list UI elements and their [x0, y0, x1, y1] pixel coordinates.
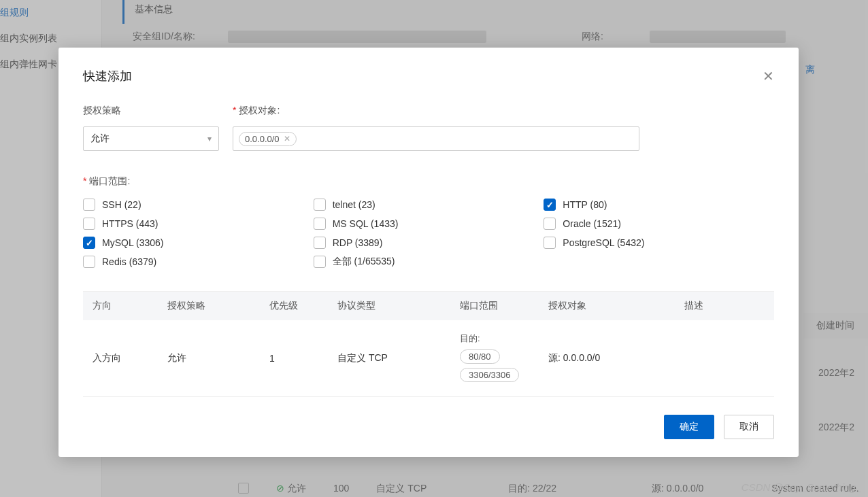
- th-policy: 授权策略: [167, 300, 269, 312]
- td-target: 源: 0.0.0.0/0: [548, 352, 684, 364]
- cb-redis[interactable]: Redis (6379): [83, 256, 314, 268]
- th-direction: 方向: [93, 300, 167, 312]
- ok-button[interactable]: 确定: [664, 415, 714, 439]
- policy-label: 授权策略: [83, 105, 219, 117]
- cb-label: RDP (3389): [333, 237, 383, 248]
- cb-label: MySQL (3306): [102, 237, 164, 248]
- checkbox-icon: [314, 237, 326, 249]
- checkbox-icon: [314, 199, 326, 211]
- cb-label: Oracle (1521): [563, 218, 621, 229]
- checkbox-icon: [83, 256, 95, 268]
- chevron-down-icon: ▾: [207, 134, 212, 143]
- close-icon[interactable]: ✕: [763, 68, 774, 84]
- cb-label: 全部 (1/65535): [333, 256, 395, 268]
- checkbox-icon: [83, 218, 95, 230]
- cb-label: Redis (6379): [102, 256, 156, 267]
- target-label: 授权对象:: [233, 105, 639, 117]
- policy-select[interactable]: 允许 ▾: [83, 126, 219, 151]
- th-protocol: 协议类型: [337, 300, 460, 312]
- quick-add-modal: 快速添加 ✕ 授权策略 允许 ▾ 授权对象: 0.0.0.0/0 ✕ 端口范围:…: [59, 48, 799, 457]
- cancel-button[interactable]: 取消: [724, 415, 774, 439]
- cb-all[interactable]: 全部 (1/65535): [314, 256, 544, 268]
- checkbox-icon: [83, 237, 95, 249]
- cb-label: MS SQL (1433): [333, 218, 399, 229]
- cb-telnet[interactable]: telnet (23): [314, 199, 544, 211]
- table-row: 入方向 允许 1 自定义 TCP 目的: 80/80 3306/3306 源: …: [83, 320, 774, 397]
- watermark: CSDN @Say_Something_: [741, 481, 861, 493]
- cb-label: HTTPS (443): [102, 218, 158, 229]
- cb-postgres[interactable]: PostgreSQL (5432): [544, 237, 774, 249]
- table-header: 方向 授权策略 优先级 协议类型 端口范围 授权对象 描述: [83, 292, 774, 320]
- checkbox-icon: [314, 218, 326, 230]
- cb-rdp[interactable]: RDP (3389): [314, 237, 544, 249]
- cb-ssh[interactable]: SSH (22): [83, 199, 314, 211]
- checkbox-icon: [544, 237, 556, 249]
- checkbox-icon: [314, 256, 326, 268]
- modal-title: 快速添加: [83, 68, 132, 84]
- cb-label: PostgreSQL (5432): [563, 237, 644, 248]
- target-tag: 0.0.0.0/0 ✕: [239, 132, 297, 146]
- cb-label: SSH (22): [102, 199, 141, 210]
- checkbox-icon: [83, 199, 95, 211]
- td-port: 目的: 80/80 3306/3306: [460, 332, 548, 384]
- tag-remove-icon[interactable]: ✕: [284, 134, 290, 143]
- td-direction: 入方向: [93, 352, 167, 364]
- th-desc: 描述: [684, 300, 765, 312]
- checkbox-icon: [544, 218, 556, 230]
- th-target: 授权对象: [548, 300, 684, 312]
- th-port: 端口范围: [460, 300, 548, 312]
- th-priority: 优先级: [269, 300, 337, 312]
- policy-value: 允许: [90, 133, 110, 145]
- cb-http[interactable]: HTTP (80): [544, 199, 774, 211]
- cb-mssql[interactable]: MS SQL (1433): [314, 218, 544, 230]
- port-dest-label: 目的:: [460, 332, 548, 345]
- cb-https[interactable]: HTTPS (443): [83, 218, 314, 230]
- td-policy: 允许: [167, 352, 269, 364]
- cb-label: HTTP (80): [563, 199, 607, 210]
- target-input[interactable]: 0.0.0.0/0 ✕: [233, 126, 639, 151]
- port-range-label: 端口范围:: [83, 175, 774, 188]
- port-checkbox-grid: SSH (22) telnet (23) HTTP (80) HTTPS (44…: [83, 199, 774, 268]
- td-protocol: 自定义 TCP: [337, 352, 460, 364]
- checkbox-icon: [544, 199, 556, 211]
- preview-table: 方向 授权策略 优先级 协议类型 端口范围 授权对象 描述 入方向 允许 1 自…: [83, 291, 774, 397]
- port-pill-2: 3306/3306: [460, 368, 519, 382]
- target-tag-text: 0.0.0.0/0: [245, 134, 280, 144]
- cb-oracle[interactable]: Oracle (1521): [544, 218, 774, 230]
- cb-label: telnet (23): [333, 199, 375, 210]
- td-priority: 1: [269, 353, 337, 364]
- port-pill-1: 80/80: [460, 349, 500, 364]
- cb-mysql[interactable]: MySQL (3306): [83, 237, 314, 249]
